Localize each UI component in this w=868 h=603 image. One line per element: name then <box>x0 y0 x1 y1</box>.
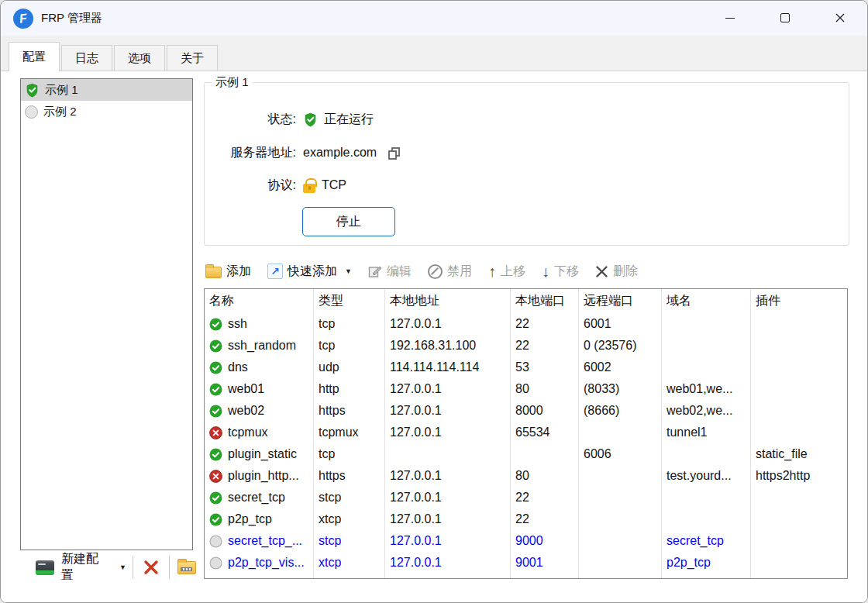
detail-group-title: 示例 1 <box>212 75 253 90</box>
column-divider <box>578 289 579 578</box>
chevron-down-icon: ▼ <box>119 563 126 571</box>
cell-local_port: 65534 <box>510 426 578 439</box>
app-window: F FRP 管理器 配置日志选项关于 示例 1示例 2 新建配置 ▼ <box>0 0 868 603</box>
title-bar: F FRP 管理器 <box>1 1 867 36</box>
proxy-name: plugin_static <box>228 447 297 461</box>
server-row: 服务器地址: example.com <box>205 142 849 164</box>
proxy-name: ssh <box>228 317 247 331</box>
proxy-name: ssh_random <box>228 339 296 353</box>
tab-options[interactable]: 选项 <box>114 45 165 71</box>
cell-type: xtcp <box>313 556 384 570</box>
edit-icon <box>368 264 382 278</box>
cell-type: tcpmux <box>313 426 384 439</box>
quick-add-button[interactable]: ↗ 快速添加 ▼ <box>267 264 352 280</box>
status-error-icon <box>209 426 222 439</box>
cell-type: udp <box>313 360 384 374</box>
new-config-icon <box>36 560 54 575</box>
maximize-icon <box>780 13 790 22</box>
status-label: 状态: <box>205 112 296 128</box>
move-down-button[interactable]: ↓ 下移 <box>542 264 579 280</box>
status-off-icon <box>25 105 38 119</box>
column-header[interactable]: 域名 <box>661 293 750 309</box>
new-config-label: 新建配置 <box>61 551 109 584</box>
cell-name: ssh <box>205 317 313 331</box>
server-address-label: 服务器地址: <box>205 145 296 161</box>
app-logo-icon: F <box>12 7 34 29</box>
status-ok-icon <box>209 339 222 353</box>
cell-local_port: 9000 <box>510 534 578 548</box>
column-header[interactable]: 插件 <box>750 293 847 309</box>
cell-type: stcp <box>313 534 384 548</box>
proxy-name: dns <box>228 360 248 374</box>
cell-name: ssh_random <box>205 339 313 353</box>
cell-domain: tunnel1 <box>661 426 750 439</box>
quick-add-icon: ↗ <box>267 264 283 279</box>
cell-local_port: 22 <box>510 491 578 505</box>
cell-name: web01 <box>205 382 313 396</box>
tab-config[interactable]: 配置 <box>9 42 60 71</box>
stop-button[interactable]: 停止 <box>302 207 395 236</box>
cell-local_port: 9001 <box>510 556 578 570</box>
disable-label: 禁用 <box>447 264 472 280</box>
status-ok-icon <box>209 448 222 461</box>
cell-local_port: 53 <box>510 360 578 374</box>
edit-button[interactable]: 编辑 <box>368 264 412 280</box>
column-divider <box>384 289 385 578</box>
delete-x-icon <box>595 265 608 278</box>
cell-local_addr: 127.0.0.1 <box>384 534 510 548</box>
close-button[interactable] <box>822 4 858 32</box>
status-ok-icon <box>209 361 222 374</box>
proxy-name: web02 <box>228 404 264 418</box>
open-config-folder-button[interactable] <box>175 556 198 579</box>
column-header[interactable]: 本地地址 <box>384 293 510 309</box>
config-list-item[interactable]: 示例 2 <box>21 101 192 122</box>
add-label: 添加 <box>226 264 251 280</box>
move-up-button[interactable]: ↑ 上移 <box>488 264 525 280</box>
close-icon <box>835 12 846 23</box>
window-controls <box>712 4 858 32</box>
minimize-button[interactable] <box>712 4 748 32</box>
cell-local_addr: 127.0.0.1 <box>384 404 510 418</box>
column-header[interactable]: 类型 <box>313 293 384 309</box>
config-list-item[interactable]: 示例 1 <box>21 79 192 101</box>
status-off-icon <box>209 556 222 570</box>
proxy-name: secret_tcp <box>228 491 285 505</box>
proxy-name: p2p_tcp <box>228 512 272 526</box>
cell-name: web02 <box>205 404 313 418</box>
column-divider <box>510 289 511 578</box>
instance-detail-panel: 示例 1 状态: 正在运行 服务器地址: example.com <box>204 82 849 246</box>
cell-domain: p2p_tcp <box>661 556 750 570</box>
new-config-button[interactable]: 新建配置 ▼ <box>36 551 126 584</box>
cell-name: secret_tcp_... <box>205 534 313 548</box>
config-page: 示例 1示例 2 新建配置 ▼ 示例 1 状态: <box>1 72 867 602</box>
cell-name: dns <box>205 360 313 374</box>
move-down-label: 下移 <box>554 264 579 280</box>
proxy-name: web01 <box>228 382 264 396</box>
cell-type: xtcp <box>313 512 384 526</box>
tab-strip: 配置日志选项关于 <box>1 36 867 71</box>
protocol-value: TCP <box>322 178 346 192</box>
tab-logs[interactable]: 日志 <box>61 45 112 71</box>
cell-domain: web01,we... <box>661 382 750 396</box>
column-divider <box>661 289 662 578</box>
add-button[interactable]: 添加 <box>205 264 251 280</box>
delete-button[interactable]: 删除 <box>595 264 638 280</box>
cell-remote_port: 6002 <box>578 360 661 374</box>
column-header[interactable]: 名称 <box>205 293 313 309</box>
column-header[interactable]: 远程端口 <box>578 293 661 309</box>
status-ok-icon <box>209 491 222 505</box>
zip-folder-icon <box>177 561 196 574</box>
proxy-table: 名称类型本地地址本地端口远程端口域名插件 sshtcp127.0.0.12260… <box>204 288 848 579</box>
tab-about[interactable]: 关于 <box>167 45 218 71</box>
delete-config-button[interactable] <box>140 556 163 579</box>
disable-button[interactable]: 禁用 <box>428 264 472 280</box>
column-header[interactable]: 本地端口 <box>510 293 578 309</box>
maximize-button[interactable] <box>767 4 803 32</box>
status-row: 状态: 正在运行 <box>205 109 849 130</box>
minimize-icon <box>725 18 735 19</box>
cell-local_port: 8000 <box>510 404 578 418</box>
folder-icon <box>205 267 222 278</box>
window-title: FRP 管理器 <box>41 11 102 26</box>
no-entry-icon <box>428 264 443 279</box>
copy-icon[interactable] <box>388 146 401 160</box>
